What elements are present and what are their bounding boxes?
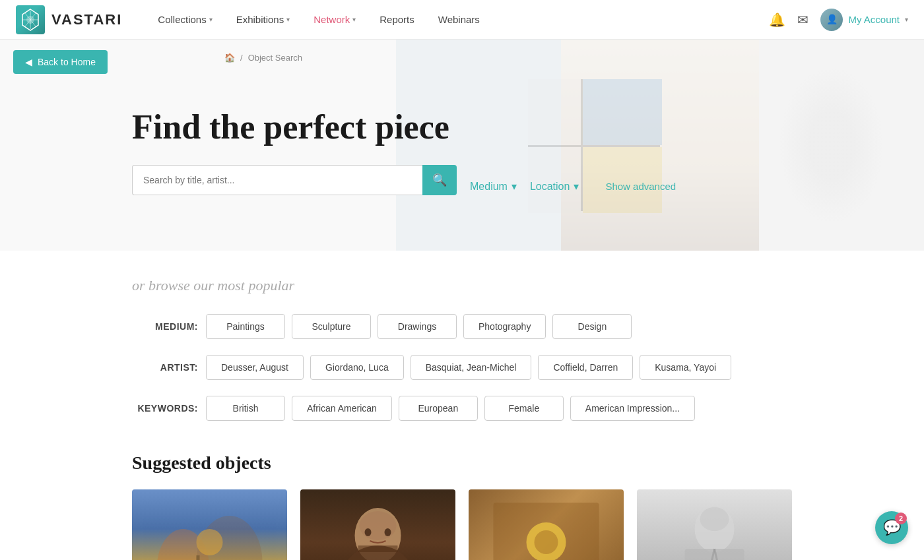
search-icon: 🔍: [432, 173, 447, 187]
medium-row: MEDIUM: Paintings Sculpture Drawings Pho…: [132, 314, 792, 339]
artist-chips: Deusser, August Giordano, Luca Basquiat,…: [206, 355, 731, 380]
medium-label: MEDIUM:: [132, 321, 198, 332]
nav-webinars[interactable]: Webinars: [429, 9, 489, 30]
account-name: My Account: [848, 14, 900, 25]
art-card-2[interactable]: [300, 489, 455, 560]
chip-photography[interactable]: Photography: [463, 314, 546, 339]
art-card-1[interactable]: [132, 489, 287, 560]
network-chevron-icon: ▾: [352, 16, 356, 23]
chip-design[interactable]: Design: [552, 314, 632, 339]
chip-female[interactable]: Female: [484, 396, 564, 421]
chip-kusama[interactable]: Kusama, Yayoi: [640, 355, 731, 380]
keywords-row: KEYWORDS: British African American Europ…: [132, 396, 792, 421]
back-to-home-button[interactable]: ◀ Back to Home: [13, 50, 108, 74]
location-chevron-icon: ▾: [574, 180, 579, 193]
home-icon[interactable]: 🏠: [224, 53, 235, 63]
location-filter-button[interactable]: Location ▾: [530, 180, 579, 193]
suggested-grid: [132, 489, 792, 560]
search-row: 🔍 Medium ▾ Location ▾ Show advanced: [132, 165, 884, 208]
svg-point-10: [365, 528, 372, 536]
nav-right: 🔔 ✉ 👤 My Account ▾: [769, 9, 908, 31]
chip-british[interactable]: British: [206, 396, 285, 421]
search-button[interactable]: 🔍: [422, 165, 457, 195]
suggested-title: Suggested objects: [132, 452, 792, 474]
browse-grid: MEDIUM: Paintings Sculpture Drawings Pho…: [132, 314, 792, 426]
chip-paintings[interactable]: Paintings: [206, 314, 285, 339]
logo[interactable]: VASTARI: [16, 5, 122, 34]
svg-point-8: [360, 511, 397, 540]
nav-links: Collections ▾ Exhibitions ▾ Network ▾ Re…: [148, 9, 769, 30]
browse-section: or browse our most popular MEDIUM: Paint…: [0, 251, 924, 452]
artist-row: ARTIST: Deusser, August Giordano, Luca B…: [132, 355, 792, 380]
collections-chevron-icon: ▾: [209, 16, 213, 23]
svg-rect-5: [197, 555, 200, 560]
suggested-section: Suggested objects: [0, 452, 924, 560]
account-menu[interactable]: 👤 My Account ▾: [820, 9, 908, 31]
svg-rect-9: [358, 545, 398, 552]
chat-bubble[interactable]: 💬 2: [875, 511, 908, 544]
art-image-1: [132, 489, 287, 560]
hero-title: Find the perfect piece: [132, 108, 884, 146]
chip-european[interactable]: European: [399, 396, 478, 421]
nav-reports[interactable]: Reports: [370, 9, 424, 30]
exhibitions-chevron-icon: ▾: [286, 16, 290, 23]
back-arrow-icon: ◀: [25, 57, 32, 67]
chip-giordano[interactable]: Giordano, Luca: [310, 355, 404, 380]
art-image-2: [300, 489, 455, 560]
chip-basquiat[interactable]: Basquiat, Jean-Michel: [411, 355, 532, 380]
svg-point-0: [26, 16, 34, 24]
main-nav: VASTARI Collections ▾ Exhibitions ▾ Netw…: [0, 0, 924, 40]
notification-bell-button[interactable]: 🔔: [769, 12, 785, 28]
nav-exhibitions[interactable]: Exhibitions ▾: [227, 9, 300, 30]
art-card-4[interactable]: [637, 489, 792, 560]
medium-filter-button[interactable]: Medium ▾: [470, 180, 517, 193]
account-chevron-icon: ▾: [905, 16, 908, 23]
svg-point-11: [385, 528, 391, 536]
search-bar: 🔍: [132, 165, 457, 195]
keywords-chips: British African American European Female…: [206, 396, 695, 421]
chip-american-impression[interactable]: American Impression...: [570, 396, 695, 421]
hero-section: ◀ Back to Home 🏠 / Object Search Find th…: [0, 40, 924, 251]
chat-badge: 2: [895, 513, 907, 524]
art-image-4: [637, 489, 792, 560]
chip-african-american[interactable]: African American: [292, 396, 392, 421]
chip-sculpture[interactable]: Sculpture: [292, 314, 371, 339]
nav-collections[interactable]: Collections ▾: [148, 9, 221, 30]
artist-label: ARTIST:: [132, 362, 198, 373]
svg-point-20: [700, 507, 729, 531]
hero-content: Find the perfect piece 🔍 Medium ▾ Locati…: [0, 88, 924, 221]
nav-network[interactable]: Network ▾: [304, 9, 365, 30]
medium-chevron-icon: ▾: [512, 180, 517, 193]
browse-title: or browse our most popular: [132, 277, 792, 294]
svg-point-4: [197, 529, 223, 555]
chip-coffield[interactable]: Coffield, Darren: [538, 355, 633, 380]
messages-button[interactable]: ✉: [797, 12, 808, 28]
art-card-3[interactable]: [469, 489, 624, 560]
breadcrumb: 🏠 / Object Search: [224, 53, 302, 76]
logo-icon: [16, 5, 45, 34]
chip-deusser[interactable]: Deusser, August: [206, 355, 304, 380]
show-advanced-link[interactable]: Show advanced: [605, 181, 676, 192]
logo-text: VASTARI: [51, 11, 122, 28]
svg-point-14: [535, 530, 558, 554]
search-input[interactable]: [132, 165, 422, 195]
chip-drawings[interactable]: Drawings: [378, 314, 457, 339]
art-image-3: [469, 489, 624, 560]
keywords-label: KEYWORDS:: [132, 403, 198, 414]
medium-chips: Paintings Sculpture Drawings Photography…: [206, 314, 632, 339]
avatar: 👤: [820, 9, 843, 31]
